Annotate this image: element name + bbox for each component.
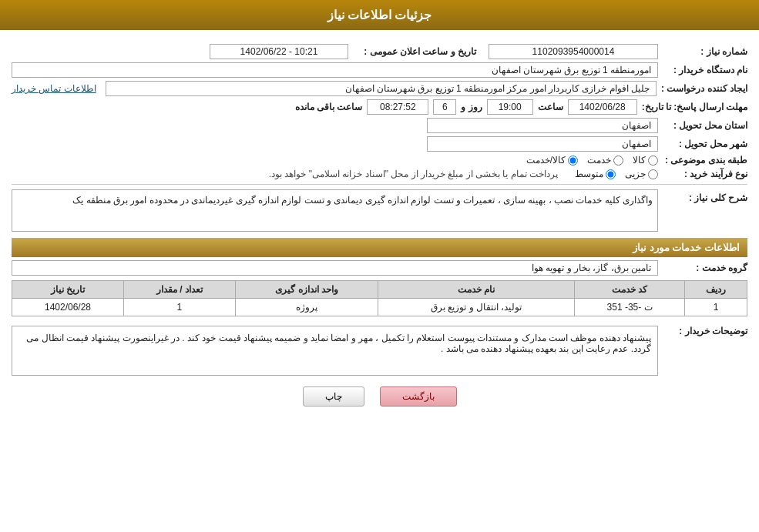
description-text: واگذاری کلیه خدمات نصب ، بهینه سازی ، تع… [12,189,658,232]
process-label: نوع فرآیند خرید : [663,169,747,179]
deadline-time-label: ساعت [538,102,563,112]
process-option-motavasset[interactable]: متوسط [575,169,616,179]
announce-date-value: 1402/06/22 - 10:21 [210,44,348,59]
table-row: 1 ت -35- 351 تولید، انتقال و توزیع برق پ… [12,299,747,316]
province-value: اصفهان [427,118,658,133]
cell-unit: پروژه [235,299,378,316]
deadline-remain-label: ساعت باقی مانده [295,102,363,112]
services-section-header: اطلاعات خدمات مورد نیاز [12,238,747,257]
org-name-value: امورمنطقه 1 توزیع برق شهرستان اصفهان [12,62,658,78]
buyer-notes-label: توضیحات خریدار : [663,326,747,336]
deadline-remain: 08:27:52 [367,99,428,115]
buttons-row: بازگشت چاپ [12,386,747,407]
cell-row: 1 [685,299,747,316]
creator-value: جلیل افوام خرازی کاربردار امور مرکز امور… [106,81,657,96]
process-radio-group: جزیی متوسط [575,169,658,179]
col-unit: واحد اندازه گیری [235,281,378,299]
deadline-time: 19:00 [487,99,533,115]
col-quantity: تعداد / مقدار [124,281,236,299]
contact-link[interactable]: اطلاعات تماس خریدار [12,83,96,94]
process-option-jozyi[interactable]: جزیی [625,169,658,179]
city-value: اصفهان [427,136,658,152]
category-option-kala-khedmat[interactable]: کالا/خدمت [526,155,578,166]
deadline-date: 1402/06/28 [568,99,637,115]
cell-quantity: 1 [124,299,236,316]
response-deadline-label: مهلت ارسال پاسخ: تا تاریخ: [642,102,747,112]
col-date: تاریخ نیاز [12,281,124,299]
category-option-khedmat[interactable]: خدمت [587,155,623,166]
category-label: طبقه بندی موضوعی : [663,155,747,166]
col-name: نام خدمت [378,281,575,299]
deadline-days: 6 [433,99,456,115]
announce-date-label: تاریخ و ساعت اعلان عمومی : [353,46,476,57]
need-number-label: شماره نیاز : [663,46,747,57]
service-group-value: تامین برق، گاز، بخار و تهویه هوا [12,260,658,276]
page-title: جزئیات اطلاعات نیاز [327,8,432,22]
services-table: ردیف کد خدمت نام خدمت واحد اندازه گیری ت… [12,280,747,316]
org-name-label: نام دستگاه خریدار : [663,65,747,75]
process-note: پرداخت تمام یا بخشی از مبلغ خریدار از مح… [269,169,558,179]
need-number-value: 1102093954000014 [489,44,658,59]
print-button[interactable]: چاپ [303,386,364,407]
col-code: کد خدمت [575,281,685,299]
description-section-label: شرح کلی نیاز : [663,192,747,203]
cell-name: تولید، انتقال و توزیع برق [378,299,575,316]
cell-date: 1402/06/28 [12,299,124,316]
category-option-kala[interactable]: کالا [633,155,658,166]
cell-code: ت -35- 351 [575,299,685,316]
deadline-day-label: روز و [461,102,482,112]
col-row: ردیف [685,281,747,299]
category-radio-group: کالا خدمت کالا/خدمت [526,155,658,166]
back-button[interactable]: بازگشت [380,386,457,407]
city-label: شهر محل تحویل : [663,139,747,149]
creator-label: ایجاد کننده درخواست : [661,83,747,94]
service-group-label: گروه خدمت : [663,263,747,273]
page-header: جزئیات اطلاعات نیاز [0,0,759,30]
province-label: استان محل تحویل : [663,120,747,131]
buyer-notes: پیشنهاد دهنده موظف است مدارک و مستندات پ… [12,326,658,376]
